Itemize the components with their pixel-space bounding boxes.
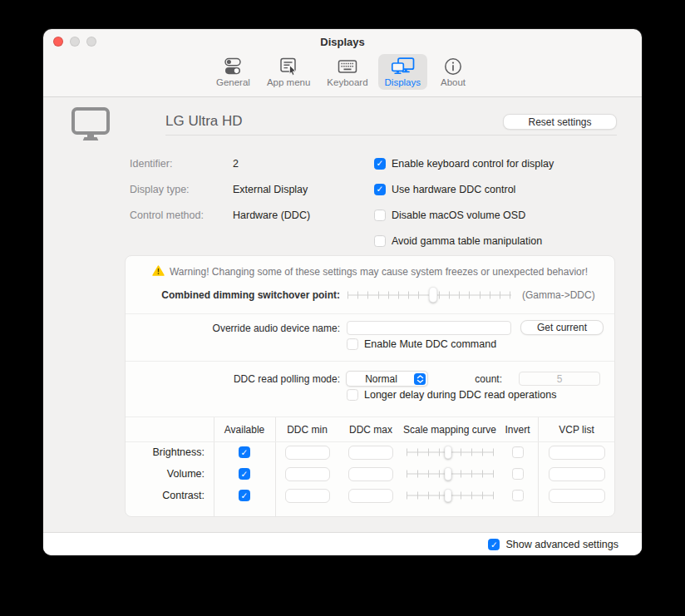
info-icon (443, 57, 463, 76)
option-disable-osd[interactable]: ✓ Disable macOS volume OSD (374, 202, 554, 228)
get-current-button[interactable]: Get current (520, 320, 604, 335)
section-divider (126, 361, 614, 362)
brightness-ddc-min-cell (275, 441, 339, 463)
volume-ddc-min-cell (275, 463, 339, 485)
tab-general[interactable]: General (209, 54, 257, 90)
volume-ddc-max-input[interactable] (348, 467, 393, 481)
toolbar: General App menu Keyboard (43, 54, 642, 96)
warning-text: Warning! Changing some of these settings… (170, 266, 588, 278)
tab-label: About (441, 77, 466, 87)
checkbox[interactable]: ✓ (374, 184, 386, 195)
info-value: 2 (233, 158, 239, 170)
volume-curve-cell (402, 463, 497, 485)
tab-app-menu[interactable]: App menu (260, 54, 317, 90)
slider-knob[interactable] (444, 489, 451, 502)
tab-keyboard[interactable]: Keyboard (320, 54, 374, 90)
show-advanced-option[interactable]: ✓ Show advanced settings (488, 539, 618, 550)
dimming-switchover-slider[interactable] (347, 287, 511, 303)
contrast-ddc-max-input[interactable] (348, 489, 393, 503)
brightness-curve-slider[interactable] (407, 446, 494, 459)
reset-settings-button[interactable]: Reset settings (503, 114, 617, 130)
option-hardware-ddc[interactable]: ✓ Use hardware DDC control (374, 176, 554, 202)
show-advanced-checkbox[interactable]: ✓ (488, 539, 500, 550)
table-corner (126, 417, 214, 441)
checkbox[interactable]: ✓ (374, 209, 386, 221)
checkbox[interactable]: ✓ (374, 235, 386, 247)
audio-name-input[interactable] (347, 321, 511, 335)
tab-label: App menu (267, 77, 310, 87)
displays-preferences-window: Displays General App menu (43, 29, 642, 555)
volume-invert-cell: ✓ (497, 463, 538, 485)
contrast-ddc-min-input[interactable] (285, 489, 330, 503)
contrast-curve-cell (402, 485, 497, 506)
contrast-curve-slider[interactable] (407, 489, 494, 502)
checkbox-label: Avoid gamma table manipulation (392, 235, 542, 247)
contrast-vcp-input[interactable] (549, 489, 605, 503)
checkbox-label: Enable keyboard control for display (392, 158, 554, 170)
info-row-control-method: Control method: Hardware (DDC) (130, 202, 310, 228)
slider-knob[interactable] (429, 287, 437, 303)
brightness-invert-checkbox[interactable]: ✓ (512, 446, 524, 458)
brightness-ddc-min-input[interactable] (285, 446, 330, 460)
contrast-invert-checkbox[interactable]: ✓ (512, 490, 524, 501)
selected-option: Normal (348, 373, 414, 385)
brightness-ddc-max-input[interactable] (348, 446, 393, 460)
volume-invert-checkbox[interactable]: ✓ (512, 468, 524, 480)
col-header-ddc-max: DDC max (339, 417, 402, 441)
longer-delay-option[interactable]: ✓ Longer delay during DDC read operation… (347, 389, 556, 401)
tab-about[interactable]: About (431, 54, 476, 90)
count-input (519, 372, 600, 386)
info-value: External Display (233, 184, 308, 195)
row-label-contrast: Contrast: (126, 485, 214, 506)
display-options: ✓ Enable keyboard control for display ✓ … (374, 150, 554, 254)
footer-bar: ✓ Show advanced settings (43, 532, 642, 555)
keyboard-icon (337, 57, 358, 76)
section-divider (126, 313, 614, 314)
option-keyboard-control[interactable]: ✓ Enable keyboard control for display (374, 150, 554, 176)
checkbox-label: Longer delay during DDC read operations (364, 389, 556, 401)
tab-label: General (216, 77, 250, 87)
volume-vcp-input[interactable] (549, 467, 605, 481)
volume-curve-slider[interactable] (407, 467, 494, 480)
volume-vcp-cell (538, 463, 615, 485)
tab-label: Keyboard (327, 77, 367, 87)
brightness-available-cell: ✓ (214, 441, 275, 463)
info-row-identifier: Identifier: 2 (130, 150, 310, 176)
col-header-available: Available (214, 417, 275, 441)
row-label-brightness: Brightness: (126, 441, 214, 463)
volume-ddc-max-cell (339, 463, 402, 485)
tab-label: Displays (385, 77, 421, 87)
display-info: Identifier: 2 Display type: External Dis… (130, 150, 310, 228)
polling-mode-label: DDC read polling mode: (126, 373, 340, 385)
checkbox-label: Use hardware DDC control (392, 184, 515, 195)
brightness-available-checkbox[interactable]: ✓ (239, 446, 250, 458)
warning-row: Warning! Changing some of these settings… (126, 264, 614, 279)
content-area: LG Ultra HD Reset settings Identifier: 2… (43, 97, 642, 532)
checkbox[interactable]: ✓ (374, 158, 386, 170)
mute-ddc-option[interactable]: ✓ Enable Mute DDC command (347, 338, 496, 350)
checkbox[interactable]: ✓ (347, 338, 358, 350)
col-header-vcp-list: VCP list (538, 417, 615, 441)
tab-displays[interactable]: Displays (378, 54, 427, 90)
contrast-ddc-max-cell (339, 485, 402, 506)
contrast-ddc-min-cell (275, 485, 339, 506)
checkbox[interactable]: ✓ (347, 389, 358, 401)
volume-available-cell: ✓ (214, 463, 275, 485)
checkbox-label: Enable Mute DDC command (364, 338, 496, 350)
window-title: Displays (43, 36, 642, 48)
col-header-scale-curve: Scale mapping curve (402, 417, 497, 441)
volume-ddc-min-input[interactable] (285, 467, 330, 481)
polling-mode-select[interactable]: Normal (346, 371, 428, 387)
brightness-vcp-cell (538, 441, 615, 463)
contrast-available-checkbox[interactable]: ✓ (239, 490, 250, 501)
brightness-ddc-max-cell (339, 441, 402, 463)
volume-available-checkbox[interactable]: ✓ (239, 468, 250, 480)
option-avoid-gamma[interactable]: ✓ Avoid gamma table manipulation (374, 228, 554, 254)
brightness-vcp-input[interactable] (549, 446, 605, 460)
menu-cursor-icon (278, 57, 299, 76)
slider-knob[interactable] (444, 446, 451, 459)
row-label-volume: Volume: (126, 463, 214, 485)
slider-knob[interactable] (444, 467, 451, 480)
col-header-invert: Invert (497, 417, 538, 441)
display-header-divider (165, 135, 617, 136)
